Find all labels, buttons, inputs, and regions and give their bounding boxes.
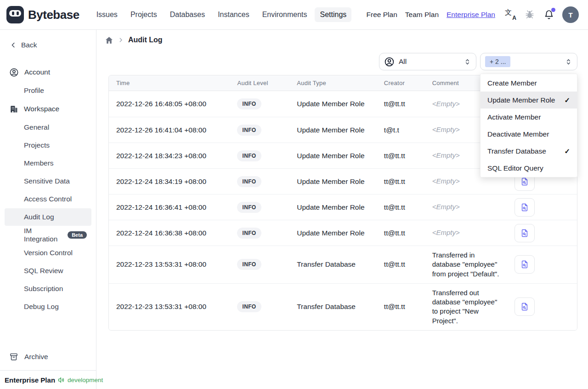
file-search-icon [520,177,529,186]
cell-payload [507,224,577,242]
sidebar-item-label: Sensitive Data [24,177,70,185]
notifications-button[interactable] [543,9,555,21]
table-row: 2022-12-23 13:53:31 +08:00 INFO Transfer… [109,246,577,283]
bug-icon [525,10,535,20]
archive-button[interactable]: Archive [0,349,96,365]
bytebase-logo-icon [6,6,24,23]
cell-time: 2022-12-26 16:41:04 +08:00 [109,126,230,134]
nav-item-issues[interactable]: Issues [91,7,123,22]
comment-value: <Empty> [432,126,460,133]
menu-item-label: SQL Editor Query [487,164,543,172]
nav-item-settings[interactable]: Settings [315,7,351,22]
creator-filter-select[interactable]: All [379,53,476,70]
user-avatar[interactable]: T [562,6,579,23]
sidebar-section-workspace: Workspace [5,100,91,118]
file-search-icon [520,302,529,311]
sidebar-item-version-control[interactable]: Version Control [5,244,91,262]
nav-item-label: Environments [262,11,307,18]
chevron-left-icon [9,41,17,49]
cell-audit-level: INFO [230,176,289,187]
checkmark-icon: ✓ [564,147,570,155]
nav-item-label: Instances [218,11,249,18]
sidebar-item-label: Version Control [24,249,73,257]
nav-item-databases[interactable]: Databases [165,7,210,22]
view-payload-button[interactable] [514,224,535,242]
notification-dot [551,8,555,12]
audit-type-dropdown-menu: Create Member ✓ Update Member Role ✓ Act… [480,74,577,177]
nav-item-label: Projects [130,11,157,18]
enterprise-plan-label[interactable]: Enterprise Plan [447,11,495,19]
nav-item-projects[interactable]: Projects [125,7,162,22]
cell-audit-type: Update Member Role [289,126,377,134]
sidebar-item-label: Debug Log [24,303,59,311]
building-icon [9,104,18,114]
cell-time: 2022-12-24 16:36:41 +08:00 [109,203,230,212]
menu-item-label: Transfer Database [487,147,546,155]
back-button[interactable]: Back [0,38,96,52]
audit-type-value: Update Member Role [297,152,364,160]
sidebar-item-audit-log[interactable]: Audit Log [5,208,91,226]
nav-item-environments[interactable]: Environments [257,7,312,22]
view-payload-button[interactable] [514,255,535,274]
creator-value: tt@tt.tt [384,100,405,108]
sidebar-item-im-integration[interactable]: IM Integration Beta [5,226,91,244]
sidebar-item-profile[interactable]: Profile [5,82,91,99]
creator-value: tt@tt.tt [384,303,405,310]
filter-bar: All + 2 ... [96,53,588,70]
sidebar-item-debug-log[interactable]: Debug Log [5,298,91,315]
comment-value: <Empty> [432,203,460,211]
menu-item-label: Update Member Role [487,96,555,104]
nav-item-label: Databases [170,11,205,18]
column-header-audit-type: Audit Type [289,80,377,86]
menu-item-activate-member[interactable]: Activate Member ✓ [481,109,577,126]
beta-badge: Beta [68,231,87,239]
cell-audit-type: Update Member Role [289,229,377,237]
comment-value: <Empty> [432,229,460,236]
audit-level-badge: INFO [237,98,261,109]
column-header-audit-level: Audit Level [230,80,289,86]
view-payload-button[interactable] [514,198,535,217]
menu-item-transfer-database[interactable]: Transfer Database ✓ [481,143,577,160]
audit-type-value: Update Member Role [297,100,364,108]
sidebar-item-access-control[interactable]: Access Control [5,190,91,208]
menu-item-update-member-role[interactable]: Update Member Role ✓ [481,92,577,109]
sidebar-item-general[interactable]: General [5,119,91,136]
cell-creator: t@t.t [377,126,425,134]
audit-type-value: Update Member Role [297,177,364,185]
time-value: 2022-12-23 13:53:31 +08:00 [116,260,206,268]
table-row: 2022-12-24 16:36:38 +08:00 INFO Update M… [109,220,577,246]
cell-audit-type: Update Member Role [289,203,377,212]
sidebar-item-subscription[interactable]: Subscription [5,280,91,297]
comment-value: <Empty> [432,177,460,185]
cell-creator: tt@tt.tt [377,152,425,160]
file-search-icon [520,260,529,269]
audit-type-value: Transfer Database [297,260,356,268]
sidebar-item-label: Members [24,159,54,167]
audit-type-filter-select[interactable]: + 2 ... [480,53,577,70]
sidebar-item-sensitive-data[interactable]: Sensitive Data [5,172,91,190]
menu-item-deactivate-member[interactable]: Deactivate Member ✓ [481,126,577,143]
menu-item-create-member[interactable]: Create Member ✓ [481,74,577,92]
sidebar-item-sql-review[interactable]: SQL Review [5,262,91,280]
home-icon[interactable] [105,36,113,45]
section-title: Account [24,68,50,76]
translate-button[interactable]: 文A [504,9,516,21]
sidebar-item-projects[interactable]: Projects [5,137,91,154]
menu-item-sql-editor-query[interactable]: SQL Editor Query ✓ [481,160,577,177]
settings-sidebar: Back Account Profile [0,30,96,389]
cell-audit-type: Update Member Role [289,152,377,160]
sidebar-item-label: Access Control [24,195,72,203]
bug-report-button[interactable] [524,9,536,21]
chevron-right-icon [118,37,124,43]
archive-icon [9,352,18,361]
free-plan-label: Free Plan [367,11,397,19]
bytebase-logo[interactable]: Bytebase [6,6,79,23]
cell-creator: tt@tt.tt [377,229,425,237]
view-payload-button[interactable] [514,297,535,316]
team-plan-label: Team Plan [405,11,439,19]
back-label: Back [21,41,37,49]
cell-time: 2022-12-23 13:53:31 +08:00 [109,260,230,269]
sidebar-item-members[interactable]: Members [5,154,91,172]
nav-item-instances[interactable]: Instances [213,7,254,22]
sidebar-section-account: Account [5,63,91,81]
